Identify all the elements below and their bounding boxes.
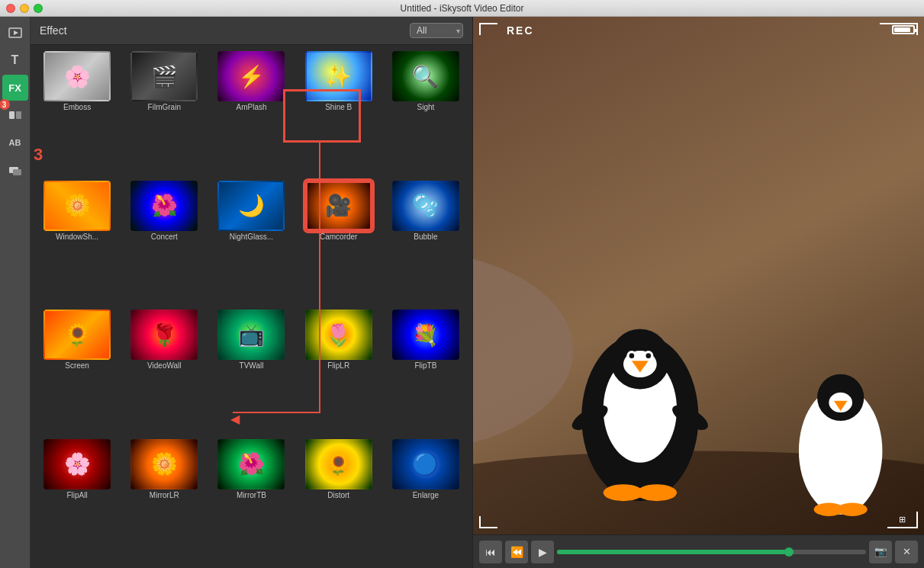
corner-bl bbox=[479, 516, 497, 528]
effect-item-mirrortb[interactable]: 🌺 MirrorTB bbox=[209, 438, 293, 564]
preview-svg-scene bbox=[473, 17, 924, 534]
effect-item-fliplr[interactable]: 🌷 FlipLR bbox=[297, 308, 381, 435]
svg-marker-1 bbox=[14, 30, 18, 35]
step3-badge: 3 bbox=[34, 145, 43, 165]
effect-label-mirrortb: MirrorTB bbox=[237, 491, 266, 499]
minimize-button[interactable] bbox=[20, 4, 29, 13]
effect-item-windowsh[interactable]: 🌼 WindowSh... bbox=[35, 179, 119, 306]
progress-handle[interactable] bbox=[784, 547, 794, 557]
effect-thumb-distort: 🌻 bbox=[305, 439, 372, 489]
toolbar-fx-btn[interactable]: FX bbox=[2, 75, 28, 101]
effect-label-emboss: Emboss bbox=[63, 103, 91, 111]
window-title: Untitled - iSkysoft Video Editor bbox=[401, 3, 524, 14]
effect-item-nightglass[interactable]: 🌙 NightGlass... bbox=[209, 179, 293, 306]
battery-fill bbox=[894, 27, 910, 32]
effect-thumb-shineb: ✨ bbox=[305, 51, 372, 101]
skip-back-button[interactable]: ⏮ bbox=[479, 541, 502, 563]
effect-thumb-enlarge: 🔵 bbox=[392, 439, 459, 489]
effect-item-sight[interactable]: 🔍 Sight bbox=[384, 50, 468, 176]
effect-label-videowall: VideoWall bbox=[147, 361, 181, 370]
play-button[interactable]: ▶ bbox=[531, 541, 554, 563]
preview-progress-bar[interactable] bbox=[557, 550, 866, 554]
effect-label-enlarge: Enlarge bbox=[413, 491, 439, 499]
effect-label-sight: Sight bbox=[417, 103, 434, 111]
corner-br: ⊞ bbox=[887, 512, 918, 528]
maximize-button[interactable] bbox=[34, 4, 43, 13]
effect-item-emboss[interactable]: 🌸 Emboss bbox=[35, 50, 119, 176]
effect-thumb-mirrorlr: 🌼 bbox=[130, 439, 198, 489]
svg-point-19 bbox=[646, 353, 652, 358]
titlebar: Untitled - iSkysoft Video Editor bbox=[0, 0, 924, 17]
effect-item-distort[interactable]: 🌻 Distort bbox=[297, 438, 381, 564]
effect-thumb-camcorder: 🎥 bbox=[305, 181, 372, 231]
effect-item-tvwall[interactable]: 📺 TVWall bbox=[209, 308, 293, 435]
effect-item-enlarge[interactable]: 🔵 Enlarge bbox=[384, 438, 468, 564]
effect-item-shineb[interactable]: ✨ Shine B bbox=[297, 50, 381, 176]
titlebar-buttons bbox=[6, 4, 43, 13]
effect-panel: Effect All Basic Cinema Stylize 🌸 Emboss bbox=[31, 17, 473, 568]
effect-label-filmgrain: FilmGrain bbox=[148, 103, 181, 111]
effect-label-windowsh: WindowSh... bbox=[56, 233, 98, 241]
toolbar-transition-btn[interactable] bbox=[2, 102, 28, 128]
progress-fill bbox=[557, 550, 789, 554]
effect-label-amplash: AmPlash bbox=[236, 103, 266, 111]
toolbar-media-btn[interactable] bbox=[2, 20, 28, 46]
effect-item-amplash[interactable]: ⚡ AmPlash bbox=[209, 50, 293, 176]
effect-item-flipall[interactable]: 🌸 FlipAll bbox=[35, 438, 119, 564]
effect-item-concert[interactable]: 🌺 Concert bbox=[122, 179, 206, 306]
toolbar-title-btn[interactable]: AB bbox=[2, 130, 28, 156]
effect-panel-title: Effect bbox=[40, 24, 67, 37]
svg-rect-3 bbox=[16, 111, 21, 119]
preview-controls: ⏮ ⏪ ▶ 📷 ✕ bbox=[473, 534, 924, 568]
effect-label-flipall: FlipAll bbox=[66, 491, 87, 499]
video-background: REC ⊞ bbox=[473, 17, 924, 534]
screenshot-button[interactable]: 📷 bbox=[869, 541, 892, 563]
effect-item-bubble[interactable]: 🫧 Bubble bbox=[384, 179, 468, 306]
effect-thumb-concert: 🌺 bbox=[130, 181, 198, 231]
effect-item-camcorder[interactable]: 🎥 Camcorder bbox=[297, 179, 381, 306]
effect-item-fliptb[interactable]: 💐 FlipTB bbox=[384, 308, 468, 435]
effect-thumb-fliptb: 💐 bbox=[392, 310, 459, 360]
effect-thumb-mirrortb: 🌺 bbox=[217, 439, 285, 489]
effect-label-concert: Concert bbox=[151, 233, 178, 241]
battery-icon bbox=[892, 25, 915, 34]
effect-item-screen[interactable]: 🌻 Screen bbox=[35, 308, 119, 435]
svg-rect-5 bbox=[13, 169, 21, 175]
toolbar-overlay-btn[interactable] bbox=[2, 157, 28, 183]
effect-item-filmgrain[interactable]: 🎬 FilmGrain bbox=[122, 50, 206, 176]
close-button[interactable] bbox=[6, 4, 15, 13]
effect-filter-select[interactable]: All Basic Cinema Stylize bbox=[410, 23, 463, 38]
step-back-button[interactable]: ⏪ bbox=[505, 541, 528, 563]
effect-thumb-amplash: ⚡ bbox=[217, 51, 285, 101]
rec-indicator: REC bbox=[507, 24, 534, 37]
svg-rect-2 bbox=[9, 111, 14, 119]
effect-thumb-nightglass: 🌙 bbox=[217, 181, 285, 231]
fullscreen-button[interactable]: ✕ bbox=[895, 541, 918, 563]
effect-thumb-sight: 🔍 bbox=[392, 51, 459, 101]
filter-select-wrapper: All Basic Cinema Stylize bbox=[410, 23, 463, 38]
effect-thumb-tvwall: 📺 bbox=[217, 310, 285, 360]
toolbar-text-btn[interactable]: T bbox=[2, 47, 28, 73]
effect-thumb-emboss: 🌸 bbox=[43, 51, 111, 101]
effect-thumb-bubble: 🫧 bbox=[392, 181, 459, 231]
effect-label-bubble: Bubble bbox=[414, 233, 437, 241]
effect-label-shineb: Shine B bbox=[325, 103, 352, 111]
effect-thumb-windowsh: 🌼 bbox=[43, 181, 111, 231]
effect-label-screen: Screen bbox=[65, 361, 89, 370]
effect-label-fliplr: FlipLR bbox=[327, 361, 349, 370]
effect-label-nightglass: NightGlass... bbox=[230, 233, 273, 241]
effect-header: Effect All Basic Cinema Stylize bbox=[31, 17, 472, 45]
effect-thumb-flipall: 🌸 bbox=[43, 439, 111, 489]
effect-item-mirrorlr[interactable]: 🌼 MirrorLR bbox=[122, 438, 206, 564]
svg-point-30 bbox=[837, 502, 867, 516]
effect-label-fliptb: FlipTB bbox=[414, 361, 436, 370]
effect-thumb-screen: 🌻 bbox=[43, 310, 111, 360]
effect-thumb-videowall: 🌹 bbox=[130, 310, 198, 360]
effect-label-camcorder: Camcorder bbox=[320, 233, 357, 241]
battery-tip bbox=[915, 29, 916, 32]
effect-grid: 🌸 Emboss 🎬 FilmGrain ⚡ AmPlash ✨ bbox=[31, 45, 472, 568]
effect-item-videowall[interactable]: 🌹 VideoWall bbox=[122, 308, 206, 435]
preview-panel: REC ⊞ ⏮ ⏪ ▶ bbox=[473, 17, 924, 568]
corner-tl bbox=[479, 23, 497, 35]
effect-label-tvwall: TVWall bbox=[240, 361, 264, 370]
